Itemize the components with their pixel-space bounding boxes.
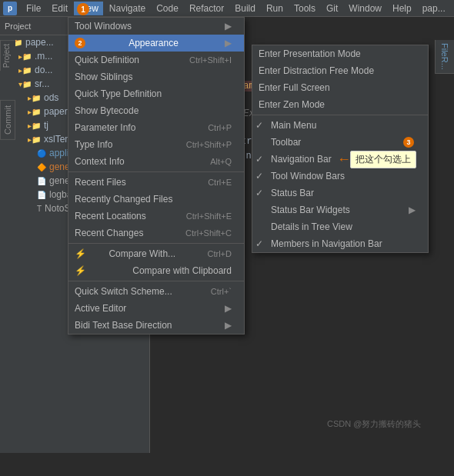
menu-item-label: Recently Changed Files [75,194,172,205]
appearance-item-status-bar-widgets[interactable]: Status Bar Widgets ▶ [252,201,428,218]
menu-item-label: Recent Files [75,177,126,188]
check-icon: ✓ [255,154,263,165]
menu-item-show-siblings[interactable]: Show Siblings [68,68,244,85]
menu-item-type-info[interactable]: Type Info Ctrl+Shift+P [68,136,244,153]
toolbar-annotation-bubble: 把这个勾选上 [350,151,416,168]
menu-item-recently-changed[interactable]: Recently Changed Files [68,191,244,208]
menu-item-label: Context Info [75,156,125,167]
menu-window[interactable]: Window [344,2,386,15]
file-ref-tab[interactable]: FileR... [435,40,454,74]
menu-item-label: Active Editor [75,303,126,314]
menu-shortcut: Ctrl+Shift+C [185,228,232,238]
menu-item-label: Status Bar [271,188,314,198]
tree-item-label: .m... [35,51,52,62]
menu-item-label: Recent Changes [75,228,143,238]
menu-item-quick-switch[interactable]: Quick Switch Scheme... Ctrl+` [68,283,244,300]
menu-tools[interactable]: Tools [289,2,320,15]
file-icon: T [37,205,42,213]
menu-shortcut: Ctrl+E [208,178,232,187]
menu-item-recent-locations[interactable]: Recent Locations Ctrl+Shift+E [68,208,244,225]
menu-item-label: Tool Window Bars [271,171,345,181]
menu-item-label: Appearance [129,38,179,48]
submenu-arrow-icon: ▶ [225,38,232,48]
file-ref-label: FileR... [440,43,449,70]
menu-file[interactable]: File [22,2,45,15]
appearance-item-tool-window-bars[interactable]: ✓ Tool Window Bars [252,168,428,185]
appearance-item-main-menu[interactable]: ✓ Main Menu [252,117,428,134]
tree-item-label: tj [44,120,48,131]
menu-navigate[interactable]: Navigate [105,2,150,15]
menu-git[interactable]: Git [322,2,342,15]
menu-item-context-info[interactable]: Context Info Alt+Q [68,153,244,170]
badge-2: 2 [75,38,85,48]
submenu-arrow-icon: ▶ [225,303,232,314]
menu-item-label: Enter Distraction Free Mode [259,65,374,76]
menu-item-quick-def[interactable]: Quick Definition Ctrl+Shift+I [68,52,244,68]
folder-icon: ▸📁 [18,52,32,61]
appearance-item-members-nav[interactable]: ✓ Members in Navigation Bar [252,235,428,252]
menu-code[interactable]: Code [152,2,183,15]
folder-icon: ▸📁 [18,66,32,75]
menu-item-compare-with[interactable]: ⚡ Compare With... Ctrl+D [68,245,244,262]
app-icon: p [3,2,17,15]
menu-item-show-bytecode[interactable]: Show Bytecode [68,102,244,119]
menu-item-recent-files[interactable]: Recent Files Ctrl+E [68,174,244,191]
csdn-watermark: CSDN @努力搬砖的猪头 [327,418,421,430]
menu-item-label: Compare With... [108,248,175,259]
menu-item-param-info[interactable]: Parameter Info Ctrl+P [68,119,244,136]
menu-item-label: Parameter Info [75,122,135,133]
menu-item-label: Enter Zen Mode [259,99,325,110]
menu-shortcut: Ctrl+D [208,249,232,258]
menu-shortcut: Ctrl+` [211,287,232,296]
tree-item-label: do... [35,65,52,75]
menu-help[interactable]: Help [388,2,416,15]
appearance-item-details-tree[interactable]: Details in Tree View [252,218,428,235]
menu-item-active-editor[interactable]: Active Editor ▶ [68,300,244,317]
tree-item-label: sr... [35,78,49,89]
menu-item-label: Status Bar Widgets [271,205,350,215]
menu-refactor[interactable]: Refactor [185,2,229,15]
menu-build[interactable]: Build [230,2,260,15]
appearance-item-presentation[interactable]: Enter Presentation Mode [252,45,428,62]
file-icon: 📄 [37,177,46,185]
compare-clipboard-icon: ⚡ [75,265,86,276]
menu-shortcut: Ctrl+P [208,123,232,132]
file-icon: 🔶 [37,163,46,171]
appearance-item-toolbar[interactable]: Toolbar 3 [252,134,428,151]
compare-icon: ⚡ [75,248,86,259]
appearance-item-distraction[interactable]: Enter Distraction Free Mode [252,62,428,79]
menu-item-label: Quick Type Definition [75,88,162,99]
menu-item-appearance[interactable]: 2 Appearance ▶ [68,35,244,52]
menu-bar: p File Edit View Navigate Code Refactor … [0,0,454,17]
menu-item-label: Quick Definition [75,55,139,65]
menu-pap[interactable]: pap... [418,2,450,15]
menu-item-label: Tool Windows [75,21,132,32]
menu-shortcut: Ctrl+Shift+I [189,55,232,65]
tree-item-label: pape... [25,37,54,48]
menu-item-quick-type-def[interactable]: Quick Type Definition [68,85,244,102]
menu-item-compare-clipboard[interactable]: ⚡ Compare with Clipboard [68,262,244,279]
menu-separator [68,281,244,281]
menu-item-recent-changes[interactable]: Recent Changes Ctrl+Shift+C [68,225,244,241]
commit-tab-label: Commit [3,105,12,135]
menu-edit[interactable]: Edit [47,2,72,15]
submenu-arrow-icon: ▶ [225,21,232,32]
menu-item-bidi[interactable]: Bidi Text Base Direction ▶ [68,317,244,334]
folder-icon: ▸📁 [28,121,41,130]
badge-1: 1 [77,3,91,15]
commit-side-tab[interactable]: Commit [0,100,15,140]
menu-separator [68,171,244,172]
appearance-item-status-bar[interactable]: ✓ Status Bar [252,185,428,201]
menu-item-label: Main Menu [271,120,316,131]
menu-separator [252,115,428,115]
appearance-item-fullscreen[interactable]: Enter Full Screen [252,79,428,96]
menu-run[interactable]: Run [262,2,288,15]
menu-item-label: Enter Full Screen [259,82,330,93]
menu-item-label: Details in Tree View [271,221,352,232]
view-menu-dropdown: Tool Windows ▶ 2 Appearance ▶ Quick Defi… [68,17,245,335]
menu-item-tool-windows[interactable]: Tool Windows ▶ [68,18,244,35]
project-side-tab[interactable]: Project [0,40,15,71]
submenu-arrow-icon: ▶ [409,205,416,215]
menu-item-label: Members in Navigation Bar [271,238,382,249]
appearance-item-zen[interactable]: Enter Zen Mode [252,96,428,113]
